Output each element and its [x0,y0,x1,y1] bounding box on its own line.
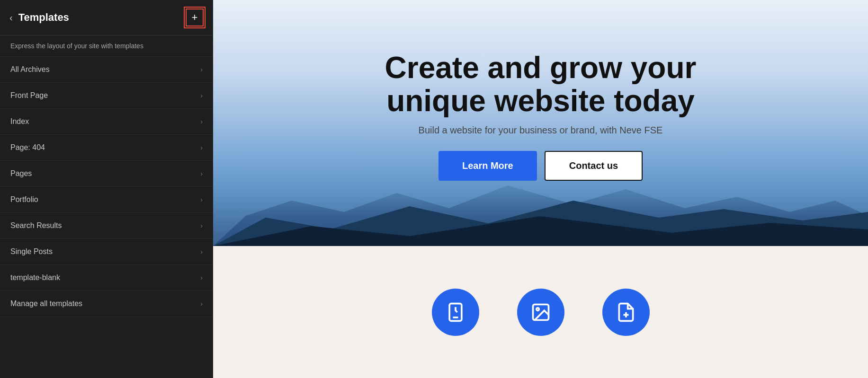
hero-title: Create and grow your unique website toda… [385,51,697,118]
sidebar-item-pages[interactable]: Pages › [0,161,213,187]
feature-item-2 [517,289,564,336]
sidebar-item-manage-all-templates[interactable]: Manage all templates › [0,291,213,317]
sidebar-item-label: Portfolio [10,195,38,204]
feature-item-1 [432,289,479,336]
sidebar-item-label: Index [10,117,29,126]
sidebar-header-left: ‹ Templates [9,11,69,24]
chevron-right-icon: › [200,92,203,99]
sidebar-item-index[interactable]: Index › [0,109,213,135]
features-section [213,246,868,378]
chevron-right-icon: › [200,248,203,255]
feature-item-3 [602,289,650,336]
hero-text-container: Create and grow your unique website toda… [385,51,697,181]
chevron-right-icon: › [200,196,203,203]
chevron-right-icon: › [200,222,203,229]
chevron-right-icon: › [200,170,203,177]
hero-section: Create and grow your unique website toda… [213,0,868,246]
sidebar-item-label: Pages [10,169,32,178]
hero-buttons: Learn More Contact us [385,151,697,181]
sidebar-item-template-blank[interactable]: template-blank › [0,265,213,291]
sidebar-item-label: Search Results [10,221,62,230]
learn-more-button[interactable]: Learn More [438,151,537,181]
chevron-right-icon: › [200,66,203,73]
sidebar-item-single-posts[interactable]: Single Posts › [0,239,213,265]
sidebar-nav: All Archives › Front Page › Index › Page… [0,57,213,378]
svg-point-2 [536,308,539,310]
chevron-right-icon: › [200,274,203,281]
sidebar-item-page-404[interactable]: Page: 404 › [0,135,213,161]
sidebar-item-all-archives[interactable]: All Archives › [0,57,213,83]
add-template-button[interactable]: + [186,9,204,26]
sidebar-item-portfolio[interactable]: Portfolio › [0,187,213,213]
chevron-right-icon: › [200,118,203,125]
sidebar-header: ‹ Templates + [0,0,213,35]
hero-subtitle: Build a website for your business or bra… [385,125,697,136]
sidebar-item-search-results[interactable]: Search Results › [0,213,213,239]
chevron-right-icon: › [200,300,203,308]
sidebar-subtitle: Express the layout of your site with tem… [0,35,213,57]
sidebar-title: Templates [18,11,69,24]
sidebar-item-label: Front Page [10,91,48,100]
sidebar-item-label: Manage all templates [10,299,82,308]
sidebar-item-label: Single Posts [10,247,53,256]
feature-icon-2 [517,289,564,336]
sidebar-item-label: template-blank [10,273,60,282]
chevron-right-icon: › [200,144,203,151]
contact-us-button[interactable]: Contact us [545,151,643,181]
sidebar: ‹ Templates + Express the layout of your… [0,0,213,378]
main-content: Create and grow your unique website toda… [213,0,868,378]
sidebar-item-label: All Archives [10,65,50,74]
sidebar-item-label: Page: 404 [10,143,45,152]
sidebar-item-front-page[interactable]: Front Page › [0,83,213,109]
back-arrow-icon[interactable]: ‹ [9,12,13,23]
feature-icon-3 [602,289,650,336]
feature-icon-1 [432,289,479,336]
